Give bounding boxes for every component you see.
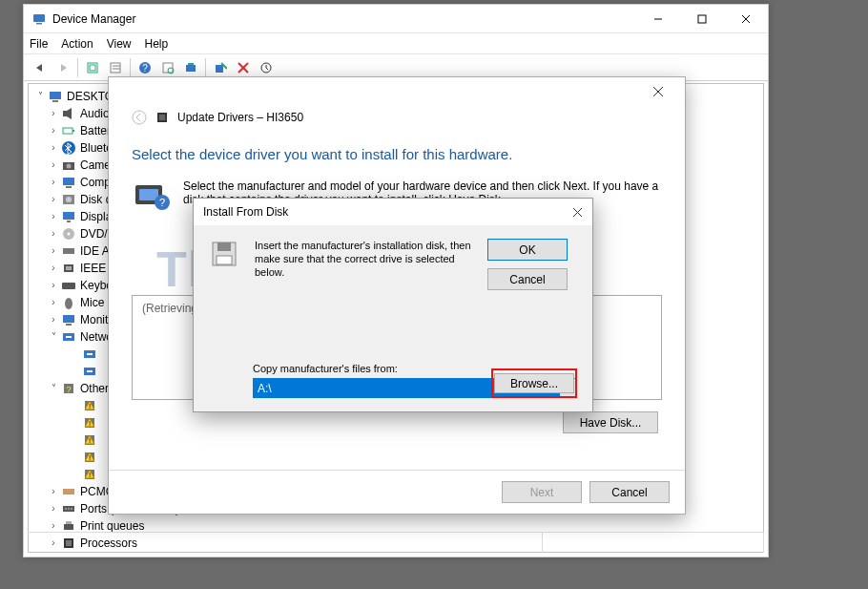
svg-rect-67	[64, 524, 73, 530]
browse-highlight: Browse...	[491, 368, 577, 398]
warn-icon: !	[82, 432, 97, 448]
warn-icon: !	[82, 415, 97, 431]
ok-button[interactable]: OK	[487, 239, 568, 261]
dm-menubar: File Action View Help	[24, 33, 768, 54]
update-driver-button[interactable]	[180, 57, 201, 78]
minimize-button[interactable]	[636, 5, 680, 33]
browse-button[interactable]: Browse...	[494, 373, 574, 393]
wiz-header-text: Update Drivers – HI3650	[177, 111, 303, 124]
menu-action[interactable]: Action	[61, 37, 93, 51]
svg-text:?: ?	[142, 63, 148, 74]
svg-rect-25	[72, 130, 74, 132]
svg-rect-37	[63, 248, 74, 254]
floppy-icon	[209, 239, 241, 290]
dm-statusbar	[28, 532, 764, 553]
svg-rect-43	[66, 324, 72, 326]
ifd-title: Install From Disk	[203, 205, 572, 219]
ifd-message: Insert the manufacturer's installation d…	[255, 239, 474, 290]
back-arrow-icon[interactable]	[132, 110, 147, 125]
dvd-icon	[61, 226, 76, 242]
ifd-cancel-button[interactable]: Cancel	[487, 268, 568, 290]
install-from-disk-dialog: Install From Disk Insert the manufacture…	[193, 198, 593, 412]
monitor-icon	[61, 312, 76, 327]
svg-point-41	[65, 298, 72, 309]
svg-rect-34	[67, 221, 71, 222]
svg-rect-68	[66, 521, 72, 524]
cancel-button[interactable]: Cancel	[589, 481, 670, 503]
svg-rect-15	[186, 65, 196, 72]
svg-rect-42	[63, 315, 74, 323]
battery-icon	[61, 123, 76, 138]
menu-view[interactable]: View	[107, 37, 132, 51]
net-icon	[61, 329, 76, 345]
svg-rect-24	[63, 128, 72, 134]
disk-icon	[61, 192, 76, 207]
pcm-icon	[61, 484, 76, 499]
svg-rect-30	[66, 186, 72, 188]
close-button[interactable]	[724, 5, 768, 33]
kb-icon	[61, 278, 76, 293]
svg-rect-22	[52, 100, 58, 102]
svg-point-28	[67, 164, 72, 169]
device-manager-icon	[31, 11, 47, 27]
scan-button[interactable]	[157, 57, 178, 78]
back-button[interactable]	[30, 57, 51, 78]
display-icon	[61, 209, 76, 224]
have-disk-button[interactable]: Have Disk...	[563, 411, 658, 433]
svg-rect-1	[36, 23, 42, 25]
svg-rect-17	[216, 65, 223, 73]
svg-rect-23	[63, 111, 67, 116]
svg-rect-0	[33, 14, 45, 22]
disable-button[interactable]	[233, 57, 254, 78]
wiz-titlebar	[109, 77, 685, 106]
svg-rect-77	[159, 115, 165, 120]
ide-icon	[61, 243, 76, 259]
forward-button[interactable]	[52, 57, 73, 78]
wiz-close-button[interactable]	[639, 77, 677, 106]
svg-point-64	[65, 508, 67, 510]
svg-rect-40	[62, 283, 75, 289]
warn-icon: !	[82, 450, 97, 465]
dm-titlebar: Device Manager	[24, 5, 768, 33]
uninstall-button[interactable]	[210, 57, 231, 78]
mouse-icon	[61, 295, 76, 310]
warn-icon: !	[82, 467, 97, 482]
camera-icon	[61, 158, 76, 173]
svg-rect-39	[66, 266, 72, 270]
svg-point-32	[66, 197, 72, 202]
svg-text:!: !	[89, 419, 91, 428]
svg-rect-86	[217, 256, 232, 264]
menu-help[interactable]: Help	[145, 37, 169, 51]
ieee-icon	[61, 261, 76, 276]
net-child-icon	[82, 364, 97, 379]
warn-icon: !	[82, 398, 97, 413]
device-large-icon: ?	[132, 179, 170, 216]
properties-button[interactable]	[105, 57, 126, 78]
svg-rect-45	[66, 336, 72, 338]
ifd-close-button[interactable]	[572, 207, 583, 218]
svg-text:!: !	[89, 436, 91, 445]
svg-rect-29	[63, 178, 74, 185]
chip-icon	[155, 110, 170, 125]
menu-file[interactable]: File	[30, 37, 48, 51]
svg-rect-33	[63, 212, 74, 220]
svg-point-75	[133, 111, 146, 124]
svg-rect-21	[50, 92, 61, 99]
svg-point-36	[68, 233, 71, 236]
svg-rect-85	[217, 242, 231, 251]
help-button[interactable]: ?	[134, 57, 155, 78]
enable-button[interactable]	[256, 57, 277, 78]
show-hidden-button[interactable]	[82, 57, 103, 78]
svg-point-66	[71, 508, 72, 510]
next-button[interactable]: Next	[502, 481, 582, 503]
svg-rect-7	[90, 65, 95, 71]
svg-rect-16	[188, 63, 194, 65]
svg-rect-49	[87, 370, 93, 372]
ifd-titlebar: Install From Disk	[194, 199, 592, 225]
svg-text:!: !	[89, 471, 91, 479]
svg-text:!: !	[89, 402, 91, 410]
wiz-heading: Select the device driver you want to ins…	[132, 146, 662, 162]
maximize-button[interactable]	[680, 5, 724, 33]
svg-rect-8	[111, 63, 120, 73]
pc-icon	[61, 175, 76, 190]
